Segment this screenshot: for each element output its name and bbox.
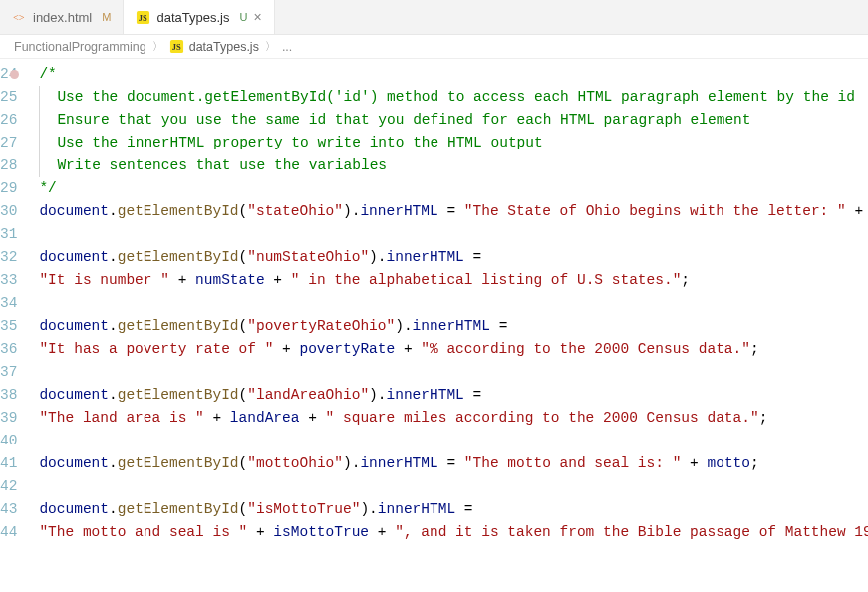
tab-index-html[interactable]: <> index.html M [0,0,124,34]
code-line[interactable]: "The motto and seal is " + isMottoTrue +… [39,521,868,544]
chevron-right-icon: 〉 [265,39,276,54]
line-number: 26 [0,109,17,132]
line-number: 27 [0,132,17,154]
modified-line-dot [10,70,19,79]
tab-modified-indicator: M [102,11,111,23]
line-number: 38 [0,384,17,407]
code-editor[interactable]: 2425262728293031323334353637383940414243… [0,59,868,592]
svg-text:<>: <> [13,12,25,23]
code-line[interactable]: document.getElementById("landAreaOhio").… [39,384,868,407]
line-number: 28 [0,154,17,177]
tab-untracked-indicator: U [239,11,247,23]
code-line[interactable]: document.getElementById("isMottoTrue").i… [39,498,868,521]
code-line[interactable] [39,475,868,498]
line-number: 44 [0,521,17,544]
breadcrumb-trail[interactable]: ... [282,40,292,54]
line-number: 41 [0,452,17,475]
line-number: 37 [0,361,17,384]
editor-tabbar: <> index.html M JS dataTypes.js U × [0,0,868,35]
breadcrumb-folder[interactable]: FunctionalProgramming [14,40,146,54]
tab-label: dataTypes.js [156,10,229,25]
line-number-gutter: 2425262728293031323334353637383940414243… [0,59,31,592]
svg-text:JS: JS [172,42,181,52]
code-line[interactable]: document.getElementById("stateOhio").inn… [39,200,868,223]
line-number: 29 [0,177,17,200]
line-number: 32 [0,246,17,269]
code-line[interactable]: Use the document.getElementById('id') me… [39,86,868,109]
code-line[interactable] [39,361,868,384]
breadcrumb-file[interactable]: JS dataTypes.js [169,39,259,54]
code-line[interactable]: Ensure that you use the same id that you… [39,109,868,132]
line-number: 35 [0,315,17,338]
code-line[interactable]: /* [39,63,868,86]
line-number: 30 [0,200,17,223]
code-line[interactable]: document.getElementById("mottoOhio").inn… [39,452,868,475]
code-line[interactable] [39,223,868,246]
code-line[interactable]: "It is number " + numState + " in the al… [39,269,868,292]
tab-datatypes-js[interactable]: JS dataTypes.js U × [124,0,274,34]
line-number: 33 [0,269,17,292]
line-number: 25 [0,86,17,109]
code-line[interactable] [39,292,868,315]
line-number: 36 [0,338,17,361]
code-line[interactable]: Use the innerHTML property to write into… [39,132,868,154]
line-number: 31 [0,223,17,246]
line-number: 34 [0,292,17,315]
svg-text:JS: JS [139,13,147,23]
code-content[interactable]: /*Use the document.getElementById('id') … [31,59,868,592]
close-icon[interactable]: × [253,10,261,24]
tab-label: index.html [33,10,92,25]
line-number: 39 [0,407,17,430]
chevron-right-icon: 〉 [152,39,163,54]
code-line[interactable]: "The land area is " + landArea + " squar… [39,407,868,430]
breadcrumb[interactable]: FunctionalProgramming 〉 JS dataTypes.js … [0,35,868,59]
line-number: 40 [0,430,17,452]
line-number: 43 [0,498,17,521]
code-line[interactable]: "It has a poverty rate of " + povertyRat… [39,338,868,361]
html-file-icon: <> [12,10,27,25]
code-line[interactable] [39,430,868,452]
js-file-icon: JS [136,10,150,25]
code-line[interactable]: document.getElementById("numStateOhio").… [39,246,868,269]
line-number: 42 [0,475,17,498]
js-file-icon: JS [169,39,184,54]
code-line[interactable]: document.getElementById("povertyRateOhio… [39,315,868,338]
code-line[interactable]: */ [39,177,868,200]
code-line[interactable]: Write sentences that use the variables [39,154,868,177]
